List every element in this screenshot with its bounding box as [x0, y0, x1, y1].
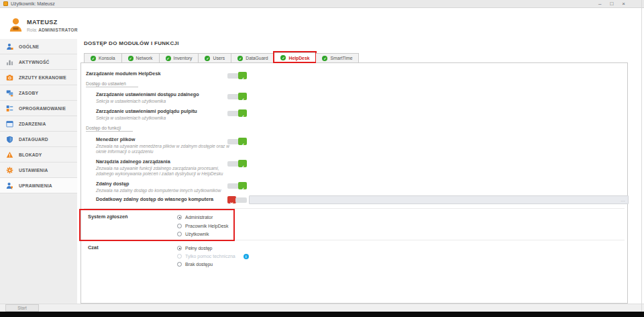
tab-label: Inventory	[174, 56, 193, 60]
sidebar: OGÓLNE AKTYWNOŚĆ ZRZUTY EKRANOWE ZASOBY …	[0, 39, 77, 304]
sidebar-item-label: ZDARZENIA	[19, 122, 46, 126]
enabled-check-icon	[91, 56, 96, 61]
toggle-file-manager[interactable]	[227, 138, 247, 145]
toggle-remote-access[interactable]	[227, 182, 247, 189]
enabled-check-icon	[128, 56, 133, 61]
sidebar-item-oprogramowanie[interactable]: OPROGRAMOWANIE	[0, 101, 77, 116]
radio-selected-icon	[177, 215, 182, 220]
setting-row-remote-access-settings: Zarządzanie ustawieniami dostępu zdalneg…	[96, 91, 199, 104]
group-label-functions: Dostęp do funkcji	[86, 126, 133, 132]
toggle-track	[227, 139, 239, 144]
toggle-additional-remote-access[interactable]	[227, 196, 247, 203]
toggle-track	[227, 94, 239, 99]
subtitle-line: zdalnego wykonywania poleceń i zadań dys…	[96, 171, 223, 177]
sidebar-item-dataguard[interactable]: DATAGUARD	[0, 132, 77, 147]
radio-chat-no-access[interactable]: Brak dostępu	[177, 261, 213, 267]
camera-icon	[6, 74, 13, 81]
sidebar-item-ogolne[interactable]: OGÓLNE	[0, 39, 77, 54]
window-titlebar: Użytkownik: Mateusz – □ ×	[0, 0, 644, 8]
toggle-track	[227, 183, 239, 189]
additional-remote-access-input[interactable]: …	[249, 195, 629, 204]
tab-dataguard[interactable]: DataGuard	[231, 53, 274, 63]
sidebar-item-zasoby[interactable]: ZASOBY	[0, 85, 77, 101]
toggle-remote-management-tools[interactable]	[227, 160, 247, 167]
setting-row-module: Zarządzanie modułem HelpDesk	[86, 71, 161, 77]
sidebar-item-label: OGÓLNE	[19, 44, 39, 49]
setting-row-additional-remote-access: Dodatkowy zdalny dostęp do własnego komp…	[96, 196, 213, 202]
sidebar-item-label: DATAGUARD	[19, 137, 48, 142]
close-icon[interactable]: ×	[622, 1, 625, 7]
setting-title: Menedżer plików	[96, 136, 229, 142]
toggle-remote-access-settings[interactable]	[227, 93, 247, 100]
toggle-module-helpdesk[interactable]	[227, 72, 247, 79]
user-name: MATEUSZ	[27, 19, 58, 26]
devices-icon	[6, 89, 13, 97]
bar-chart-icon	[6, 58, 13, 66]
window-edge	[641, 0, 642, 312]
gear-icon	[6, 167, 13, 174]
setting-subtitle: Sekcja w ustawieniach użytkownika	[96, 116, 197, 121]
software-list-icon	[6, 105, 13, 112]
sidebar-item-uprawnienia[interactable]: UPRAWNIENIA	[0, 178, 77, 193]
toggle-on-check-icon	[238, 93, 247, 100]
toggle-on-check-icon	[238, 182, 247, 189]
ticket-system-label: System zgłoszeń	[88, 214, 128, 220]
radio-chat-full-access[interactable]: Pełny dostęp	[177, 245, 212, 251]
calendar-icon	[6, 120, 13, 128]
warning-icon	[6, 151, 13, 158]
radio-ticket-user[interactable]: Użytkownik	[177, 231, 209, 237]
toggle-on-check-icon	[238, 160, 247, 167]
user-avatar-icon	[8, 17, 23, 35]
page-title: DOSTĘP DO MODUŁÓW I FUNKCJI	[84, 40, 179, 46]
sidebar-item-blokady[interactable]: BLOKADY	[0, 147, 77, 163]
setting-row-remote-management-tools: Narzędzia zdalnego zarządzania Zezwala n…	[96, 158, 223, 177]
radio-icon	[177, 232, 182, 236]
subtitle-line: oknie informacji o urządzeniu	[96, 149, 229, 154]
radio-disabled-icon	[177, 254, 182, 259]
group-label-settings: Dostęp do ustawień	[86, 81, 138, 87]
setting-subtitle: Zezwala na zdalny dostęp do komputerów i…	[96, 188, 221, 193]
tab-network[interactable]: Network	[122, 53, 160, 63]
toggle-desktop-preview-settings[interactable]	[227, 109, 247, 117]
restore-icon[interactable]: □	[610, 1, 613, 7]
toggle-track	[227, 161, 239, 167]
user-key-icon	[6, 182, 13, 189]
sidebar-item-aktywnosc[interactable]: AKTYWNOŚĆ	[0, 54, 77, 70]
tab-helpdesk[interactable]: HelpDesk	[274, 52, 316, 63]
setting-subtitle: Zezwala na używanie funkcji zdalnego zar…	[96, 166, 223, 177]
start-button[interactable]: Start	[5, 304, 39, 312]
toggle-track	[227, 73, 239, 79]
radio-label: Brak dostępu	[185, 262, 213, 267]
enabled-check-icon	[237, 56, 243, 61]
user-icon	[6, 43, 13, 50]
helpdesk-settings-panel: Zarządzanie modułem HelpDesk Dostęp do u…	[80, 62, 628, 304]
radio-ticket-helpdesk-employee[interactable]: Pracownik HelpDesk	[177, 223, 229, 229]
sidebar-item-label: ZRZUTY EKRANOWE	[19, 75, 66, 80]
radio-icon	[177, 262, 182, 267]
setting-title: Zarządzanie ustawieniami podglądu pulpit…	[96, 108, 197, 114]
radio-chat-tech-support-only: Tylko pomoc techniczna i	[177, 253, 249, 259]
setting-title: Zarządzanie ustawieniami dostępu zdalneg…	[96, 91, 199, 97]
app-icon	[3, 1, 8, 6]
enabled-check-icon	[280, 55, 286, 60]
sidebar-item-ustawienia[interactable]: USTAWIENIA	[0, 163, 77, 178]
tab-inventory[interactable]: Inventory	[160, 53, 199, 63]
sidebar-item-zdarzenia[interactable]: ZDARZENIA	[0, 116, 77, 132]
toggle-track	[227, 111, 239, 116]
tab-konsola[interactable]: Konsola	[84, 53, 122, 63]
tab-smarttime[interactable]: SmartTime	[316, 53, 359, 63]
enabled-check-icon	[205, 56, 210, 61]
setting-title: Zarządzanie modułem HelpDesk	[86, 71, 161, 77]
radio-label: Użytkownik	[185, 232, 209, 236]
setting-title: Narzędzia zdalnego zarządzania	[96, 158, 223, 165]
enabled-check-icon	[166, 56, 171, 61]
radio-ticket-administrator[interactable]: Administrator	[177, 214, 213, 220]
radio-label: Pełny dostęp	[185, 246, 212, 251]
tab-users[interactable]: Users	[199, 53, 231, 63]
subtitle-line: Zezwala na używanie menedżera plików w z…	[96, 144, 229, 149]
radio-label: Tylko pomoc techniczna	[185, 254, 235, 259]
sidebar-item-zrzuty-ekranowe[interactable]: ZRZUTY EKRANOWE	[0, 70, 77, 85]
subtitle-line: Zezwala na używanie funkcji zdalnego zar…	[96, 166, 223, 171]
minimize-icon[interactable]: –	[598, 1, 601, 7]
info-icon[interactable]: i	[244, 254, 249, 259]
